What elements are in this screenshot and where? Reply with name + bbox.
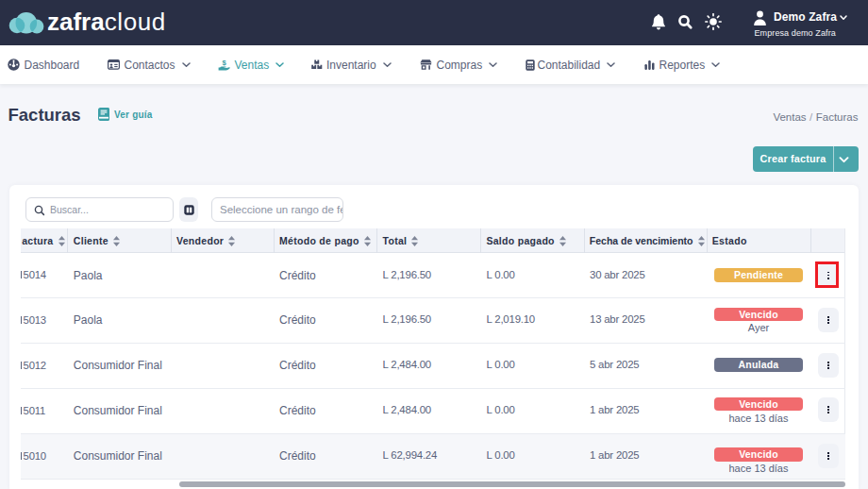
svg-text:$: $ <box>222 59 226 67</box>
